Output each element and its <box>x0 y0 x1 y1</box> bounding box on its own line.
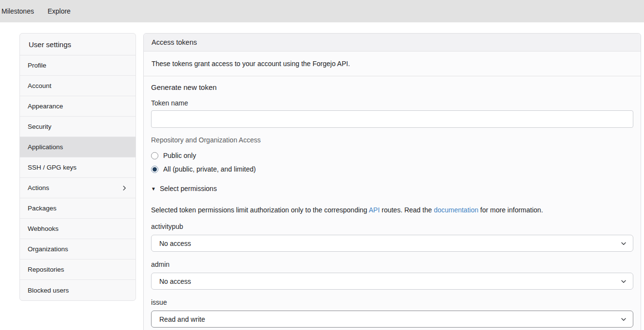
repo-org-access-label: Repository and Organization Access <box>151 136 633 144</box>
documentation-link[interactable]: documentation <box>434 206 478 214</box>
api-link[interactable]: API <box>369 206 380 214</box>
sidebar-item-label: Account <box>28 82 51 89</box>
radio-label: Public only <box>163 152 196 159</box>
sidebar-item-label: Applications <box>28 143 63 151</box>
sidebar-item-label: Actions <box>28 184 49 191</box>
sidebar-item-account[interactable]: Account <box>20 76 136 96</box>
nav-item-explore[interactable]: Explore <box>41 7 77 15</box>
select-permissions-label: Select permissions <box>160 185 217 192</box>
note-text: Selected token permissions limit authori… <box>151 206 369 214</box>
radio-label: All (public, private, and limited) <box>163 165 256 173</box>
token-name-label: Token name <box>151 99 633 107</box>
sidebar-item-profile[interactable]: Profile <box>20 55 136 76</box>
triangle-down-icon: ▼ <box>151 186 156 191</box>
sidebar-item-repositories[interactable]: Repositories <box>20 260 136 280</box>
sidebar-item-blocked-users[interactable]: Blocked users <box>20 280 136 300</box>
sidebar-item-label: Security <box>28 123 51 130</box>
radio-icon[interactable] <box>151 152 158 159</box>
permission-group-issue: issue Read and write <box>151 298 633 328</box>
selected-option: No access <box>159 278 191 285</box>
access-tokens-panel: Access tokens These tokens grant access … <box>143 33 641 330</box>
activitypub-label: activitypub <box>151 223 633 230</box>
chevron-down-icon <box>620 316 627 323</box>
chevron-down-icon <box>620 240 627 247</box>
sidebar-item-label: Blocked users <box>28 287 69 294</box>
nav-item-milestones[interactable]: Milestones <box>0 7 41 15</box>
permission-group-admin: admin No access <box>151 261 633 290</box>
sidebar-item-label: SSH / GPG keys <box>28 164 77 171</box>
tokens-description: These tokens grant access to your accoun… <box>144 52 641 76</box>
sidebar-item-appearance[interactable]: Appearance <box>20 96 136 117</box>
sidebar-item-organizations[interactable]: Organizations <box>20 239 136 260</box>
sidebar-title: User settings <box>20 34 136 55</box>
activitypub-select[interactable]: No access <box>151 235 633 252</box>
sidebar-item-security[interactable]: Security <box>20 117 136 137</box>
sidebar-item-applications[interactable]: Applications <box>20 137 136 157</box>
selected-option: No access <box>159 240 191 247</box>
permissions-note: Selected token permissions limit authori… <box>151 206 633 214</box>
chevron-right-icon <box>121 185 128 191</box>
generate-new-token-heading: Generate new token <box>151 83 633 91</box>
note-text: for more information. <box>478 206 543 214</box>
sidebar-item-webhooks[interactable]: Webhooks <box>20 219 136 239</box>
select-permissions-toggle[interactable]: ▼ Select permissions <box>151 185 633 192</box>
token-name-input[interactable] <box>151 110 633 128</box>
sidebar-item-label: Organizations <box>28 245 68 253</box>
selected-option: Read and write <box>159 315 205 323</box>
note-text: routes. Read the <box>380 206 434 214</box>
sidebar-item-ssh-gpg-keys[interactable]: SSH / GPG keys <box>20 157 136 178</box>
issue-label: issue <box>151 298 633 306</box>
top-navbar: Milestones Explore <box>0 0 644 22</box>
sidebar-item-label: Appearance <box>28 103 63 110</box>
sidebar-item-label: Profile <box>28 62 46 69</box>
admin-label: admin <box>151 261 633 268</box>
radio-public-only[interactable]: Public only <box>151 149 633 162</box>
sidebar-item-label: Packages <box>28 205 56 212</box>
sidebar-item-packages[interactable]: Packages <box>20 198 136 219</box>
sidebar-item-label: Repositories <box>28 266 64 273</box>
settings-sidebar: User settings Profile Account Appearance… <box>19 33 136 301</box>
sidebar-item-actions[interactable]: Actions <box>20 178 136 198</box>
issue-select[interactable]: Read and write <box>151 311 633 328</box>
radio-all-access[interactable]: All (public, private, and limited) <box>151 162 633 176</box>
admin-select[interactable]: No access <box>151 273 633 290</box>
generate-token-form: Generate new token Token name Repository… <box>144 76 641 330</box>
chevron-down-icon <box>620 278 627 285</box>
panel-title: Access tokens <box>144 34 641 52</box>
permission-group-activitypub: activitypub No access <box>151 223 633 252</box>
sidebar-item-label: Webhooks <box>28 225 59 232</box>
radio-checked-icon[interactable] <box>151 166 158 173</box>
